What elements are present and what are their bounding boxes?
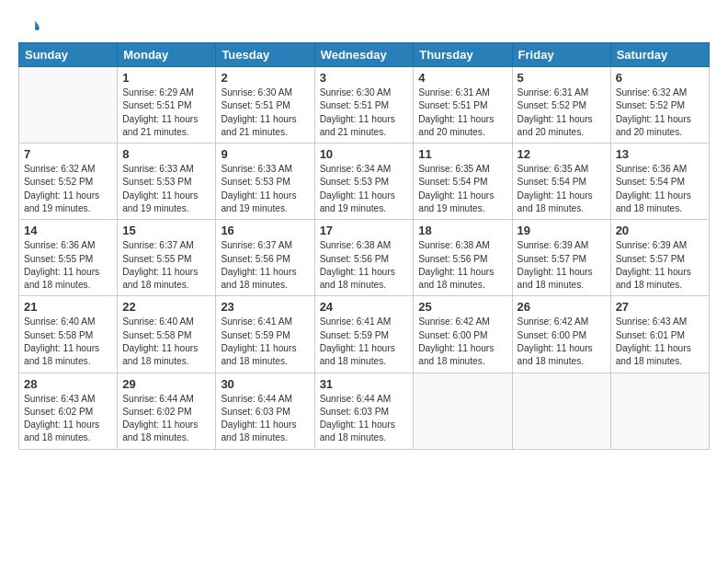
day-number: 13: [616, 147, 704, 161]
calendar-cell: 13Sunrise: 6:36 AMSunset: 5:54 PMDayligh…: [610, 144, 709, 220]
calendar-cell: 11Sunrise: 6:35 AMSunset: 5:54 PMDayligh…: [414, 144, 512, 220]
day-info: Sunrise: 6:35 AMSunset: 5:54 PMDaylight:…: [418, 163, 506, 215]
day-info: Sunrise: 6:41 AMSunset: 5:59 PMDaylight:…: [221, 316, 309, 368]
weekday-header-row: SundayMondayTuesdayWednesdayThursdayFrid…: [19, 43, 710, 67]
calendar-cell: 6Sunrise: 6:32 AMSunset: 5:52 PMDaylight…: [610, 67, 709, 144]
day-number: 11: [418, 147, 506, 161]
main-container: SundayMondayTuesdayWednesdayThursdayFrid…: [0, 0, 728, 459]
day-info: Sunrise: 6:33 AMSunset: 5:53 PMDaylight:…: [122, 163, 210, 215]
calendar-cell: 26Sunrise: 6:42 AMSunset: 6:00 PMDayligh…: [512, 296, 610, 373]
day-number: 2: [221, 71, 309, 85]
day-number: 19: [518, 224, 606, 237]
calendar-cell: 18Sunrise: 6:38 AMSunset: 5:56 PMDayligh…: [414, 220, 512, 296]
day-number: 27: [616, 300, 704, 314]
day-number: 31: [320, 377, 409, 391]
day-number: 23: [221, 300, 309, 314]
day-number: 25: [418, 300, 506, 314]
day-number: 8: [122, 147, 210, 161]
calendar-cell: 12Sunrise: 6:35 AMSunset: 5:54 PMDayligh…: [512, 144, 610, 220]
weekday-header-tuesday: Tuesday: [216, 43, 314, 67]
day-info: Sunrise: 6:40 AMSunset: 5:58 PMDaylight:…: [122, 316, 210, 368]
day-number: 6: [616, 71, 704, 85]
calendar-cell: 31Sunrise: 6:44 AMSunset: 6:03 PMDayligh…: [314, 373, 414, 449]
calendar-cell: [19, 67, 118, 144]
day-number: 26: [518, 300, 606, 314]
weekday-header-wednesday: Wednesday: [314, 43, 414, 67]
calendar-cell: 9Sunrise: 6:33 AMSunset: 5:53 PMDaylight…: [216, 144, 314, 220]
day-number: 28: [24, 377, 112, 391]
week-row-4: 21Sunrise: 6:40 AMSunset: 5:58 PMDayligh…: [19, 296, 710, 373]
calendar-cell: [512, 373, 610, 449]
day-info: Sunrise: 6:43 AMSunset: 6:02 PMDaylight:…: [24, 393, 112, 445]
weekday-header-thursday: Thursday: [414, 43, 512, 67]
day-number: 18: [418, 224, 506, 237]
day-info: Sunrise: 6:37 AMSunset: 5:55 PMDaylight:…: [122, 239, 210, 292]
day-info: Sunrise: 6:33 AMSunset: 5:53 PMDaylight:…: [221, 163, 309, 215]
weekday-header-sunday: Sunday: [19, 43, 118, 67]
day-info: Sunrise: 6:38 AMSunset: 5:56 PMDaylight:…: [418, 239, 506, 292]
day-number: 21: [24, 300, 112, 314]
day-number: 12: [518, 147, 606, 161]
day-number: 15: [122, 224, 210, 237]
day-info: Sunrise: 6:32 AMSunset: 5:52 PMDaylight:…: [24, 163, 112, 215]
logo: [18, 17, 40, 37]
day-number: 17: [320, 224, 409, 237]
day-info: Sunrise: 6:40 AMSunset: 5:58 PMDaylight:…: [24, 316, 112, 368]
calendar-cell: 15Sunrise: 6:37 AMSunset: 5:55 PMDayligh…: [118, 220, 216, 296]
day-number: 10: [320, 147, 409, 161]
day-number: 22: [122, 300, 210, 314]
calendar-cell: 10Sunrise: 6:34 AMSunset: 5:53 PMDayligh…: [314, 144, 414, 220]
day-number: 29: [122, 377, 210, 391]
logo-icon: [20, 17, 40, 37]
day-info: Sunrise: 6:32 AMSunset: 5:52 PMDaylight:…: [616, 86, 704, 139]
weekday-header-monday: Monday: [118, 43, 216, 67]
day-info: Sunrise: 6:44 AMSunset: 6:03 PMDaylight:…: [221, 393, 309, 445]
calendar-cell: 29Sunrise: 6:44 AMSunset: 6:02 PMDayligh…: [118, 373, 216, 449]
calendar-cell: 5Sunrise: 6:31 AMSunset: 5:52 PMDaylight…: [512, 67, 610, 144]
calendar-cell: 20Sunrise: 6:39 AMSunset: 5:57 PMDayligh…: [610, 220, 709, 296]
calendar-cell: 22Sunrise: 6:40 AMSunset: 5:58 PMDayligh…: [118, 296, 216, 373]
calendar-cell: 7Sunrise: 6:32 AMSunset: 5:52 PMDaylight…: [19, 144, 118, 220]
day-info: Sunrise: 6:38 AMSunset: 5:56 PMDaylight:…: [320, 239, 409, 292]
day-info: Sunrise: 6:41 AMSunset: 5:59 PMDaylight:…: [320, 316, 409, 368]
calendar-cell: 3Sunrise: 6:30 AMSunset: 5:51 PMDaylight…: [314, 67, 414, 144]
calendar-cell: 21Sunrise: 6:40 AMSunset: 5:58 PMDayligh…: [19, 296, 118, 373]
day-number: 7: [24, 147, 112, 161]
day-info: Sunrise: 6:44 AMSunset: 6:02 PMDaylight:…: [122, 393, 210, 445]
day-info: Sunrise: 6:43 AMSunset: 6:01 PMDaylight:…: [616, 316, 704, 368]
svg-marker-0: [35, 20, 39, 26]
weekday-header-friday: Friday: [512, 43, 610, 67]
day-number: 16: [221, 224, 309, 237]
svg-marker-1: [35, 26, 39, 29]
day-info: Sunrise: 6:34 AMSunset: 5:53 PMDaylight:…: [320, 163, 409, 215]
calendar-cell: 8Sunrise: 6:33 AMSunset: 5:53 PMDaylight…: [118, 144, 216, 220]
day-info: Sunrise: 6:44 AMSunset: 6:03 PMDaylight:…: [320, 393, 409, 445]
header: [18, 17, 710, 37]
week-row-2: 7Sunrise: 6:32 AMSunset: 5:52 PMDaylight…: [19, 144, 710, 220]
day-info: Sunrise: 6:31 AMSunset: 5:52 PMDaylight:…: [518, 86, 606, 139]
day-number: 1: [122, 71, 210, 85]
calendar-cell: 23Sunrise: 6:41 AMSunset: 5:59 PMDayligh…: [216, 296, 314, 373]
calendar-cell: 17Sunrise: 6:38 AMSunset: 5:56 PMDayligh…: [314, 220, 414, 296]
day-info: Sunrise: 6:36 AMSunset: 5:55 PMDaylight:…: [24, 239, 112, 292]
weekday-header-saturday: Saturday: [610, 43, 709, 67]
calendar-cell: [414, 373, 512, 449]
day-info: Sunrise: 6:39 AMSunset: 5:57 PMDaylight:…: [518, 239, 606, 292]
day-info: Sunrise: 6:42 AMSunset: 6:00 PMDaylight:…: [518, 316, 606, 368]
calendar-table: SundayMondayTuesdayWednesdayThursdayFrid…: [18, 42, 710, 450]
day-info: Sunrise: 6:35 AMSunset: 5:54 PMDaylight:…: [518, 163, 606, 215]
calendar-cell: 19Sunrise: 6:39 AMSunset: 5:57 PMDayligh…: [512, 220, 610, 296]
week-row-3: 14Sunrise: 6:36 AMSunset: 5:55 PMDayligh…: [19, 220, 710, 296]
day-info: Sunrise: 6:29 AMSunset: 5:51 PMDaylight:…: [122, 86, 210, 139]
calendar-cell: 2Sunrise: 6:30 AMSunset: 5:51 PMDaylight…: [216, 67, 314, 144]
day-info: Sunrise: 6:30 AMSunset: 5:51 PMDaylight:…: [320, 86, 409, 139]
day-info: Sunrise: 6:42 AMSunset: 6:00 PMDaylight:…: [418, 316, 506, 368]
day-number: 20: [616, 224, 704, 237]
week-row-5: 28Sunrise: 6:43 AMSunset: 6:02 PMDayligh…: [19, 373, 710, 449]
day-info: Sunrise: 6:39 AMSunset: 5:57 PMDaylight:…: [616, 239, 704, 292]
day-number: 5: [518, 71, 606, 85]
calendar-cell: 16Sunrise: 6:37 AMSunset: 5:56 PMDayligh…: [216, 220, 314, 296]
calendar-cell: 30Sunrise: 6:44 AMSunset: 6:03 PMDayligh…: [216, 373, 314, 449]
day-number: 4: [418, 71, 506, 85]
calendar-cell: 25Sunrise: 6:42 AMSunset: 6:00 PMDayligh…: [414, 296, 512, 373]
